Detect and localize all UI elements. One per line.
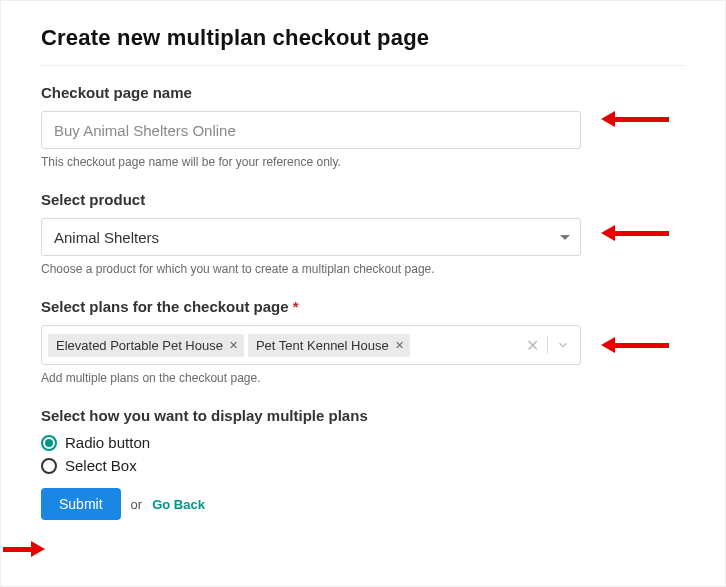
checkout-name-input[interactable] [41,111,581,149]
plan-chip-label: Elevated Portable Pet House [56,338,223,353]
or-text: or [131,497,143,512]
product-label: Select product [41,191,685,208]
display-option-selectbox[interactable]: Select Box [41,457,685,474]
annotation-arrow-icon [3,541,45,557]
plan-chip[interactable]: Pet Tent Kennel House ✕ [248,334,410,357]
product-hint: Choose a product for which you want to c… [41,262,685,276]
section-select-product: Select product Animal Shelters Choose a … [41,191,685,276]
display-option-radio-label: Radio button [65,434,150,451]
chip-remove-icon[interactable]: ✕ [229,339,238,352]
form-actions: Submit or Go Back [41,488,685,520]
plan-chip[interactable]: Elevated Portable Pet House ✕ [48,334,244,357]
name-label: Checkout page name [41,84,685,101]
display-option-radio[interactable]: Radio button [41,434,685,451]
name-hint: This checkout page name will be for your… [41,155,685,169]
divider [41,65,685,66]
go-back-link[interactable]: Go Back [152,497,205,512]
section-checkout-name: Checkout page name This checkout page na… [41,84,685,169]
radio-unselected-icon [41,458,57,474]
section-select-plans: Select plans for the checkout page * Ele… [41,298,685,385]
display-option-selectbox-label: Select Box [65,457,137,474]
display-label: Select how you want to display multiple … [41,407,685,424]
plans-chip-list: Elevated Portable Pet House ✕ Pet Tent K… [48,334,522,357]
section-display-style: Select how you want to display multiple … [41,407,685,474]
submit-button[interactable]: Submit [41,488,121,520]
caret-down-icon [560,235,570,240]
plans-label: Select plans for the checkout page * [41,298,685,315]
plans-label-text: Select plans for the checkout page [41,298,289,315]
radio-selected-icon [41,435,57,451]
vertical-divider [547,336,548,354]
plans-multiselect[interactable]: Elevated Portable Pet House ✕ Pet Tent K… [41,325,581,365]
product-select[interactable]: Animal Shelters [41,218,581,256]
page-title: Create new multiplan checkout page [41,25,685,51]
required-asterisk-icon: * [293,298,299,315]
clear-all-icon[interactable]: ✕ [526,336,539,355]
chip-remove-icon[interactable]: ✕ [395,339,404,352]
plans-hint: Add multiple plans on the checkout page. [41,371,685,385]
form-container: Create new multiplan checkout page Check… [0,0,726,587]
chevron-down-icon[interactable] [556,338,570,352]
multiselect-controls: ✕ [526,336,574,355]
product-selected-text: Animal Shelters [54,229,159,246]
plan-chip-label: Pet Tent Kennel House [256,338,389,353]
